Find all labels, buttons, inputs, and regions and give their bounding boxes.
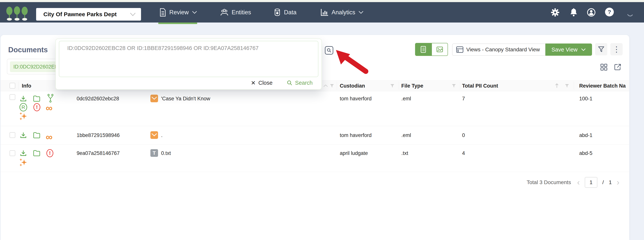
more-options-button[interactable]: ⋮ [610,43,622,55]
close-button[interactable]: ✕ Close [251,80,272,86]
top-navbar: City Of Pawnee Parks Dept Review Entitie… [0,2,644,22]
download-icon[interactable] [20,95,27,102]
custodian-cell: april ludgate [340,150,368,156]
doc-title[interactable]: . [161,132,162,138]
error-icon[interactable]: ! [34,103,40,111]
folder-icon[interactable] [33,132,40,138]
case-selector-label: City Of Pawnee Parks Dept [44,11,130,17]
kebab-menu-icon: ⋮ [613,45,620,53]
tab-analytics[interactable]: Analytics [320,2,364,22]
account-icon[interactable] [587,8,596,17]
loading-spinner-icon [626,9,634,17]
page-title: Documents [8,46,48,54]
ai-sparkles-icon[interactable] [19,112,28,120]
search-label: Search [295,80,313,86]
header-custodian[interactable]: Custodian [340,83,365,89]
header-info[interactable]: Info [22,83,31,89]
header-reviewer-batch[interactable]: Reviewer Batch Na [579,83,626,89]
tab-data[interactable]: Data [274,2,296,22]
doc-title[interactable]: 0.txt [161,150,171,156]
header-total-pii[interactable]: Total PII Count [462,83,498,89]
tab-data-label: Data [284,9,296,16]
row-checkbox[interactable] [10,150,15,156]
analytics-icon [320,8,328,16]
pagination: Total 3 Documents ‹ / 1 › [527,177,619,188]
search-button[interactable]: Search [287,80,313,86]
help-icon[interactable]: ? [605,8,614,16]
column-divider [460,82,460,90]
tab-review-label: Review [169,9,189,16]
document-icon [160,8,166,17]
row-checkbox[interactable] [10,94,15,100]
custodian-cell: tom haverford [340,132,372,138]
file-type-cell: .eml [401,96,411,102]
row-checkbox[interactable] [10,132,15,138]
table-view-toggle[interactable] [415,43,432,56]
custodian-cell: tom haverford [340,96,372,102]
column-filter-icon[interactable] [390,84,394,88]
grid-layout-icon[interactable] [600,63,608,71]
filter-button[interactable] [595,43,607,55]
reviewer-batch-cell: abd-1 [579,132,592,138]
reviewer-batch-cell: abd-5 [579,150,592,156]
export-icon[interactable] [614,63,622,71]
total-documents-label: Total 3 Documents [527,179,571,185]
canopy-trees-logo[interactable] [4,6,30,21]
page-number-input[interactable] [585,177,597,188]
folder-icon[interactable] [33,95,40,102]
family-icon[interactable] [47,94,54,103]
table-row[interactable]: ! 9ea07a258146767 T 0.txt april ludgate … [0,145,629,172]
sort-arrow-up-icon[interactable] [555,83,559,88]
chevron-down-icon [130,12,136,16]
expand-search-icon[interactable] [325,46,333,55]
chevron-down-icon [358,11,364,14]
sort-caret-icon[interactable] [323,84,328,87]
people-icon [220,8,228,16]
settings-icon[interactable] [551,8,560,17]
doc-title[interactable]: 'Case Ya Didn't Know [161,96,210,102]
select-all-checkbox[interactable] [10,83,15,89]
app-screen: City Of Pawnee Parks Dept Review Entitie… [0,0,644,240]
duplicate-infinity-icon[interactable]: ∞ [46,133,52,141]
views-dropdown[interactable]: Views - Canopy Standard View [452,43,546,56]
duplicate-infinity-icon[interactable]: ∞ [46,104,52,112]
save-view-label: Save View [552,47,578,53]
tab-review[interactable]: Review [160,2,197,22]
search-query-textarea[interactable]: ID:0DC92D2602EBC28 OR ID:1BBE87291598946… [59,41,318,77]
doc-id[interactable]: 1bbe87291598946 [77,132,120,138]
ai-sparkles-icon[interactable] [19,158,28,167]
download-icon[interactable] [20,132,27,139]
notifications-icon[interactable] [570,8,578,17]
column-filter-icon[interactable] [565,84,569,88]
header-file-type[interactable]: File Type [401,83,423,89]
filter-icon [598,46,604,52]
close-icon: ✕ [251,80,256,86]
table-view-icon [420,46,426,53]
table-row[interactable]: R ! ∞ 0dc92d2602ebc28 'Case Ya Didn't Kn… [0,91,629,126]
column-filter-icon[interactable] [330,84,334,88]
redaction-r-icon[interactable]: R [20,103,27,112]
database-icon [274,8,281,17]
file-type-cell: .txt [401,150,408,156]
tab-entities[interactable]: Entities [220,2,251,22]
search-popup-footer: ✕ Close Search [56,76,313,89]
prev-page-chevron-icon[interactable]: ‹ [577,178,580,187]
column-divider [574,82,574,90]
case-selector-dropdown[interactable]: City Of Pawnee Parks Dept [36,8,141,21]
doc-id[interactable]: 0dc92d2602ebc28 [77,96,119,102]
table-row[interactable]: ∞ 1bbe87291598946 . tom haverford .eml 0… [0,126,629,144]
email-icon [150,95,158,102]
close-label: Close [258,80,272,86]
text-file-icon: T [150,149,158,157]
chevron-down-icon [581,48,586,51]
error-icon[interactable]: ! [46,149,53,157]
tab-analytics-label: Analytics [332,9,355,16]
views-layout-icon [456,46,464,53]
download-icon[interactable] [20,150,27,157]
folder-icon[interactable] [33,150,40,156]
column-filter-icon[interactable] [452,84,456,88]
save-view-button[interactable]: Save View [546,43,592,56]
next-page-chevron-icon[interactable]: › [617,178,619,187]
image-view-toggle[interactable] [432,43,448,56]
doc-id[interactable]: 9ea07a258146767 [77,150,120,156]
